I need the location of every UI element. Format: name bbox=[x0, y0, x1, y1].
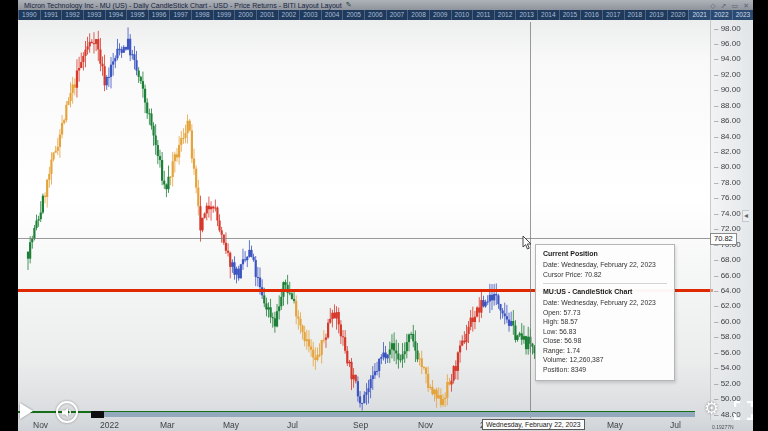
crosshair-vertical bbox=[530, 22, 531, 418]
price-tick: 94.00 bbox=[714, 54, 741, 63]
price-tick: 56.00 bbox=[714, 348, 741, 357]
volume-button[interactable] bbox=[56, 401, 78, 423]
footer-watermark: 0.19277N bbox=[712, 424, 734, 430]
fullscreen-icon[interactable] bbox=[734, 401, 753, 420]
play-button[interactable] bbox=[20, 403, 33, 419]
progress-played-segment[interactable] bbox=[91, 411, 104, 418]
charting-app-window: Micron Technology Inc - MU (US) - Daily … bbox=[18, 0, 753, 431]
date-tick-may: May bbox=[223, 420, 239, 430]
tooltip-current-position-title: Current Position bbox=[543, 250, 667, 257]
price-tick: 88.00 bbox=[714, 101, 741, 110]
price-tick: 72.00 bbox=[714, 224, 741, 233]
tooltip-line: Close: 56.98 bbox=[543, 336, 667, 346]
tooltip-line: Range: 1.74 bbox=[543, 346, 667, 356]
date-tick-sep: Sep bbox=[353, 420, 368, 430]
tooltip-series-lines: Date: Wednesday, February 22, 2023Open: … bbox=[543, 298, 667, 374]
price-tick: 90.00 bbox=[714, 85, 741, 94]
price-tick: 66.00 bbox=[714, 271, 741, 280]
price-tick: 96.00 bbox=[714, 39, 741, 48]
speaker-icon bbox=[62, 407, 73, 418]
price-tick: 80.00 bbox=[714, 162, 741, 171]
date-tick-jul: Jul bbox=[287, 420, 298, 430]
panel-collapse-arrow-icon[interactable]: ◂ bbox=[742, 210, 749, 222]
letterbox-right bbox=[753, 0, 768, 431]
cursor-price-label: 70.82 bbox=[710, 233, 737, 245]
date-tick-jul: Jul bbox=[670, 420, 681, 430]
tooltip-divider bbox=[543, 283, 667, 284]
price-tick: 76.00 bbox=[714, 193, 741, 202]
price-tick: 58.00 bbox=[714, 332, 741, 341]
price-tick: 68.00 bbox=[714, 255, 741, 264]
tooltip-line: Cursor Price: 70.82 bbox=[543, 270, 667, 280]
letterbox-left bbox=[0, 0, 18, 431]
price-tick: 86.00 bbox=[714, 116, 741, 125]
date-tick-2022: 2022 bbox=[100, 420, 119, 430]
price-tick: 92.00 bbox=[714, 70, 741, 79]
price-tick: 98.00 bbox=[714, 24, 741, 33]
tooltip-current-position-lines: Date: Wednesday, February 22, 2023Cursor… bbox=[543, 260, 667, 279]
tooltip-line: Volume: 12,260,387 bbox=[543, 355, 667, 365]
price-tick: 60.00 bbox=[714, 317, 741, 326]
price-tick: 78.00 bbox=[714, 178, 741, 187]
tooltip-line: Open: 57.73 bbox=[543, 308, 667, 318]
chart-plot[interactable]: 98.0096.0094.0092.0090.0088.0086.0084.00… bbox=[18, 0, 753, 431]
cursor-date-label: Wednesday, February 22, 2023 bbox=[482, 419, 585, 430]
date-tick-may: May bbox=[607, 420, 623, 430]
tooltip-line: Low: 56.83 bbox=[543, 327, 667, 337]
tooltip-line: High: 58.57 bbox=[543, 317, 667, 327]
price-tick: 64.00 bbox=[714, 286, 741, 295]
tooltip-line: Date: Wednesday, February 22, 2023 bbox=[543, 298, 667, 308]
progress-bar[interactable] bbox=[104, 412, 695, 417]
tooltip-series-title: MU:US - CandleStick Chart bbox=[543, 288, 667, 295]
date-tick-mar: Mar bbox=[160, 420, 175, 430]
price-tick: 54.00 bbox=[714, 363, 741, 372]
price-tick: 62.00 bbox=[714, 301, 741, 310]
price-tick: 84.00 bbox=[714, 132, 741, 141]
crosshair-horizontal bbox=[18, 238, 711, 239]
date-tick-nov: Nov bbox=[418, 420, 433, 430]
tooltip-line: Position: 8349 bbox=[543, 365, 667, 375]
price-tick: 82.00 bbox=[714, 147, 741, 156]
date-tick-nov: Nov bbox=[33, 420, 48, 430]
settings-gear-icon[interactable]: ⚙ bbox=[704, 400, 719, 417]
mouse-cursor bbox=[522, 236, 534, 250]
tooltip-line: Date: Wednesday, February 22, 2023 bbox=[543, 260, 667, 270]
video-frame: Micron Technology Inc - MU (US) - Daily … bbox=[0, 0, 768, 431]
price-tick: 74.00 bbox=[714, 209, 741, 218]
data-tooltip: Current Position Date: Wednesday, Februa… bbox=[535, 244, 675, 381]
price-tick: 52.00 bbox=[714, 379, 741, 388]
